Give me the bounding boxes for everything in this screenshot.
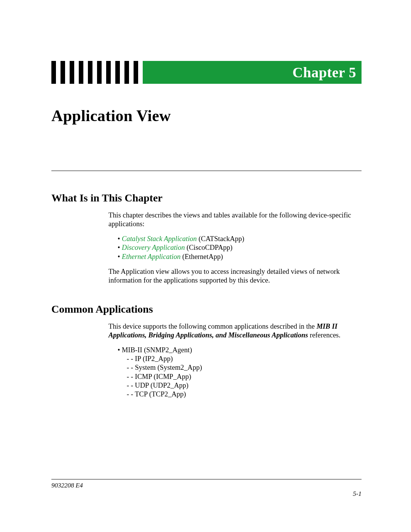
section1-intro: This chapter describes the views and tab… <box>108 211 362 228</box>
footer-rule <box>51 479 362 479</box>
list-item: MIB-II (SNMP2_Agent) - IP (IP2_App) - Sy… <box>118 346 362 399</box>
list-item-tail: (CiscoCDPApp) <box>185 244 233 251</box>
list-item: Catalyst Stack Application (CATStackApp) <box>118 235 362 243</box>
page-footer: 9032208 E4 5-1 <box>51 479 362 498</box>
sub-item: - IP (IP2_App) <box>127 355 362 363</box>
link-discovery-app[interactable]: Discovery Application <box>122 244 185 251</box>
chapter-label-block: Chapter 5 <box>143 61 362 84</box>
sub-item: - ICMP (ICMP_App) <box>127 372 362 381</box>
sub-item: - TCP (TCP2_App) <box>127 390 362 399</box>
link-catalyst-stack[interactable]: Catalyst Stack Application <box>122 235 197 243</box>
link-ethernet-app[interactable]: Ethernet Application <box>122 253 180 260</box>
document-id: 9032208 E4 <box>51 482 83 489</box>
document-page: Chapter 5 Application View What Is in Th… <box>0 0 411 532</box>
list-item-label: MIB-II (SNMP2_Agent) <box>122 346 192 354</box>
section1-outro: The Application view allows you to acces… <box>108 267 362 285</box>
sub-item: - UDP (UDP2_App) <box>127 381 362 390</box>
section2: Common Applications This device supports… <box>51 303 362 399</box>
para-lead: This device supports the following commo… <box>108 323 317 330</box>
section2-para: This device supports the following commo… <box>108 322 362 340</box>
section1-body: This chapter describes the views and tab… <box>108 211 362 285</box>
list-item-tail: (CATStackApp) <box>197 235 244 243</box>
page-title: Application View <box>51 107 362 125</box>
chapter-banner: Chapter 5 <box>51 61 362 84</box>
list-item: Ethernet Application (EthernetApp) <box>118 252 362 261</box>
page-number: 5-1 <box>353 490 362 498</box>
section-heading-what-is: What Is in This Chapter <box>51 192 362 204</box>
horizontal-rule <box>51 171 362 171</box>
list-item: Discovery Application (CiscoCDPApp) <box>118 243 362 252</box>
section2-body: This device supports the following commo… <box>108 322 362 399</box>
footer-row: 9032208 E4 5-1 <box>51 482 362 498</box>
sub-item: - System (System2_App) <box>127 363 362 372</box>
section-heading-common-apps: Common Applications <box>51 303 362 315</box>
para-tail: references. <box>308 331 340 339</box>
barcode-graphic <box>51 61 143 84</box>
common-app-list: MIB-II (SNMP2_Agent) - IP (IP2_App) - Sy… <box>118 346 362 399</box>
list-item-tail: (EthernetApp) <box>180 253 223 260</box>
sub-item-list: - IP (IP2_App) - System (System2_App) - … <box>127 355 362 399</box>
device-app-list: Catalyst Stack Application (CATStackApp)… <box>118 235 362 261</box>
chapter-label: Chapter 5 <box>293 64 356 81</box>
